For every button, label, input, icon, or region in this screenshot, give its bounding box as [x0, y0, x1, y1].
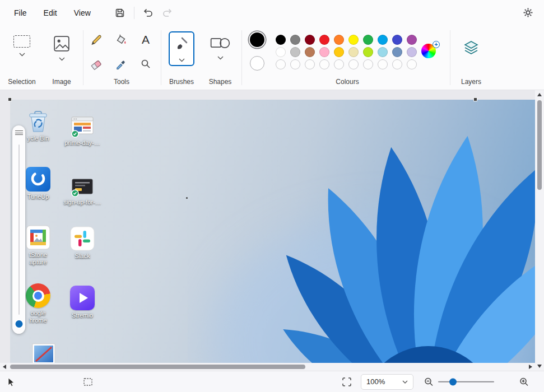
colour-swatch[interactable]	[407, 47, 417, 57]
colour-swatch[interactable]	[290, 35, 300, 45]
chevron-down-icon[interactable]	[179, 58, 185, 62]
colour-swatch[interactable]	[305, 35, 315, 45]
undo-button[interactable]	[139, 3, 158, 22]
colour-swatch[interactable]	[348, 47, 359, 57]
zoom-slider-track[interactable]	[438, 381, 494, 382]
colour-swatch[interactable]	[319, 47, 329, 57]
scroll-up-arrow-icon[interactable]	[537, 93, 542, 96]
edit-colours-button[interactable]: +	[421, 44, 437, 59]
shapes-group: Shapes	[202, 25, 239, 90]
horizontal-scroll-thumb[interactable]	[10, 365, 305, 369]
selection-tool-button[interactable]	[10, 32, 34, 60]
chevron-down-icon[interactable]	[217, 56, 224, 60]
avg-tuneup-icon	[26, 167, 50, 192]
brushes-group: Brushes	[164, 25, 199, 90]
colour-swatch[interactable]	[334, 47, 344, 57]
colour-swatch-empty[interactable]	[378, 59, 388, 69]
selection-size-icon	[83, 377, 93, 386]
save-button[interactable]	[110, 3, 129, 22]
menu-file[interactable]: File	[6, 4, 35, 21]
colour-swatch[interactable]	[392, 47, 402, 57]
tools-group-label: Tools	[84, 78, 159, 86]
magnifier-tool-button[interactable]	[133, 52, 158, 76]
colour-picker-tool-button[interactable]	[109, 52, 133, 76]
vertical-scrollbar[interactable]	[535, 90, 544, 371]
settings-button[interactable]	[518, 3, 537, 22]
canvas-resize-handle-topleft[interactable]	[8, 97, 12, 101]
colour-swatch-empty[interactable]	[334, 59, 344, 69]
canvas-workspace: ycle Bin prime-day-…	[0, 90, 535, 363]
cursor-arrow-icon	[6, 376, 16, 387]
shapes-button[interactable]	[206, 32, 234, 63]
colour-swatch[interactable]	[378, 47, 388, 57]
slider-track	[18, 144, 20, 315]
colour-swatch[interactable]	[334, 35, 344, 45]
slider-grip-lines	[15, 130, 23, 137]
shapes-group-label: Shapes	[202, 78, 239, 86]
add-colour-badge: +	[433, 41, 440, 48]
layers-button[interactable]	[460, 36, 482, 61]
zoom-dropdown[interactable]: 100%	[361, 374, 413, 390]
colour-swatch[interactable]	[378, 35, 388, 45]
colour-swatch[interactable]	[276, 35, 286, 45]
chevron-down-icon[interactable]	[19, 53, 25, 57]
colour-swatch-empty[interactable]	[319, 59, 329, 69]
fill-tool-button[interactable]	[109, 27, 133, 52]
colour-swatch-empty[interactable]	[363, 59, 373, 69]
primary-colour[interactable]	[250, 32, 264, 47]
colour-swatch[interactable]	[290, 47, 300, 57]
secondary-colour[interactable]	[250, 56, 264, 71]
image-tool-button[interactable]	[50, 32, 73, 64]
eyedropper-icon	[115, 58, 127, 70]
fit-to-screen-button[interactable]	[340, 375, 354, 389]
canvas[interactable]: ycle Bin prime-day-…	[10, 100, 535, 363]
zoom-slider[interactable]	[438, 378, 494, 386]
colour-palette	[273, 34, 419, 71]
colour-swatch-empty[interactable]	[348, 59, 359, 69]
pencil-tool-button[interactable]	[84, 27, 109, 52]
colour-swatch-empty[interactable]	[392, 59, 402, 69]
eraser-tool-button[interactable]	[84, 52, 109, 76]
colour-swatch[interactable]	[348, 35, 359, 45]
layers-icon	[463, 40, 479, 55]
vertical-scroll-thumb[interactable]	[537, 100, 542, 190]
stremio-icon	[70, 286, 95, 310]
scroll-left-arrow-icon[interactable]	[3, 365, 6, 369]
slider-thumb	[15, 320, 22, 328]
colour-swatch[interactable]	[276, 47, 286, 57]
menu-view[interactable]: View	[66, 4, 99, 21]
zoom-slider-thumb[interactable]	[449, 378, 457, 385]
colour-swatch-empty[interactable]	[290, 59, 300, 69]
eraser-icon	[90, 58, 103, 70]
webpage-file-icon	[70, 115, 95, 138]
desktop-icon-label: sign-up-for-…	[63, 199, 101, 206]
menu-edit[interactable]: Edit	[35, 4, 66, 21]
colour-swatch[interactable]	[363, 47, 373, 57]
colour-swatch[interactable]	[305, 47, 315, 57]
colour-swatch[interactable]	[392, 35, 402, 45]
text-tool-button[interactable]: A	[133, 27, 158, 52]
desktop-icon-label: prime-day-…	[64, 139, 100, 147]
brushes-button[interactable]	[169, 31, 194, 66]
zoom-out-icon	[424, 376, 434, 387]
colour-swatch-empty[interactable]	[305, 59, 315, 69]
colour-swatch[interactable]	[319, 35, 329, 45]
horizontal-scrollbar[interactable]	[0, 363, 535, 371]
photo-file-icon	[31, 343, 56, 363]
colour-swatch[interactable]	[407, 35, 417, 45]
colour-swatch-empty[interactable]	[407, 59, 417, 69]
desktop-icon-label: TuneUp	[27, 193, 49, 200]
desktop-icon-sign-up: sign-up-for-…	[61, 178, 104, 206]
scroll-right-arrow-icon[interactable]	[529, 365, 532, 369]
zoom-out-button[interactable]	[424, 376, 434, 387]
scroll-down-arrow-icon[interactable]	[537, 365, 542, 368]
colour-swatch-empty[interactable]	[276, 59, 286, 69]
chevron-down-icon[interactable]	[59, 57, 65, 61]
canvas-resize-handle-topcenter[interactable]	[473, 97, 477, 101]
screenshot-slider-overlay	[12, 125, 25, 334]
faststone-capture-icon	[26, 225, 50, 250]
colour-swatch[interactable]	[363, 35, 373, 45]
zoom-in-button[interactable]	[519, 376, 529, 387]
colours-group-label: Colours	[244, 78, 450, 86]
redo-button[interactable]	[158, 3, 177, 22]
